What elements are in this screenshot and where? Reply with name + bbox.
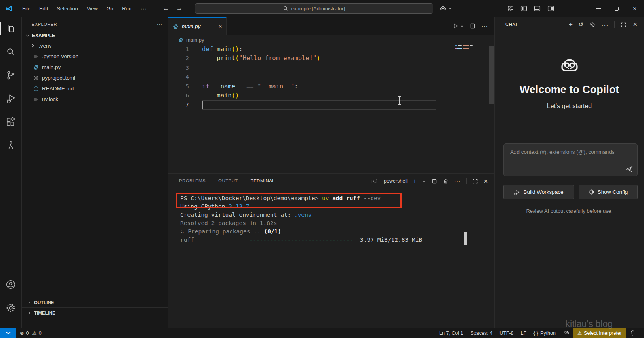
chat-settings-gear-icon[interactable]: [589, 22, 595, 28]
toggle-secondary-sidebar-icon[interactable]: [547, 5, 554, 12]
editor-scrollbar[interactable]: [488, 45, 494, 173]
code-line-1[interactable]: 1def main():: [168, 45, 494, 54]
line-number: 1: [168, 45, 189, 54]
new-terminal-icon[interactable]: +: [413, 178, 417, 185]
file-main.py[interactable]: main.py: [22, 62, 168, 73]
status-utf-8[interactable]: UTF-8: [496, 328, 517, 338]
status-bell[interactable]: [626, 328, 639, 338]
extensions-icon[interactable]: [0, 113, 22, 132]
file-.venv[interactable]: .venv: [22, 40, 168, 51]
show-config-button[interactable]: Show Config: [579, 185, 638, 199]
file-.python-version[interactable]: .python-version: [22, 51, 168, 62]
chat-history-icon[interactable]: ↺: [579, 21, 584, 28]
code-line-7[interactable]: 7: [168, 100, 494, 109]
testing-icon[interactable]: [0, 136, 22, 155]
chat-tab[interactable]: CHAT: [505, 20, 518, 29]
menu-run[interactable]: Run: [118, 4, 136, 13]
file-pyproject.toml[interactable]: pyproject.toml: [22, 73, 168, 83]
status-copilot[interactable]: [559, 328, 573, 338]
maximize-panel-icon[interactable]: [472, 178, 478, 184]
panel-tab-output[interactable]: OUTPUT: [218, 177, 238, 185]
terminal-line-6: ruff ------------------------------ 3.97…: [180, 236, 494, 244]
line-number: 7: [168, 100, 189, 109]
send-icon[interactable]: [625, 165, 633, 173]
menu-selection[interactable]: Selection: [52, 4, 82, 13]
explorer-more-icon[interactable]: ···: [157, 22, 162, 27]
nav-back-icon[interactable]: ←: [163, 5, 169, 12]
customize-layout-icon[interactable]: [507, 6, 514, 12]
status-spaces-4[interactable]: Spaces: 4: [467, 328, 496, 338]
breadcrumb[interactable]: main.py: [168, 35, 494, 45]
chat-more-icon[interactable]: ···: [601, 21, 608, 28]
code-line-4[interactable]: 4: [168, 73, 494, 82]
terminal-output[interactable]: PS C:\Users\Docker\Desktop\demo\example>…: [168, 189, 494, 244]
account-icon[interactable]: [0, 275, 22, 294]
menu-overflow-icon[interactable]: ···: [137, 6, 151, 11]
info-file-icon: [33, 86, 39, 92]
panel-tab-terminal[interactable]: TERMINAL: [251, 177, 275, 185]
run-python-button[interactable]: [453, 23, 464, 29]
outline-section[interactable]: OUTLINE: [22, 297, 168, 307]
nav-forward-icon[interactable]: →: [176, 5, 183, 12]
status-python[interactable]: { }Python: [530, 328, 559, 338]
maximize-chat-icon[interactable]: [621, 22, 627, 28]
minimap[interactable]: [455, 45, 474, 51]
copilot-menu[interactable]: [440, 0, 452, 17]
kill-terminal-icon[interactable]: [443, 178, 449, 184]
search-activity-icon[interactable]: [0, 42, 22, 61]
split-editor-icon[interactable]: [470, 23, 476, 29]
code-line-3[interactable]: 3: [168, 63, 494, 73]
new-chat-icon[interactable]: +: [569, 21, 573, 29]
status-lf[interactable]: LF: [517, 328, 530, 338]
file-list: .venv.python-versionmain.pypyproject.tom…: [22, 40, 168, 105]
source-control-icon[interactable]: [0, 66, 22, 85]
terminal-shell-label[interactable]: powershell: [384, 178, 408, 184]
code-line-2[interactable]: 2 print("Hello from example!"): [168, 54, 494, 63]
code-editor[interactable]: 1def main():2 print("Hello from example!…: [168, 45, 494, 173]
run-debug-icon[interactable]: [0, 89, 22, 108]
tab-main-py[interactable]: main.py ✕: [168, 17, 227, 35]
menu-go[interactable]: Go: [102, 4, 118, 13]
code-line-6[interactable]: 6 main(): [168, 91, 494, 100]
minimize-button[interactable]: [589, 0, 608, 17]
menu-edit[interactable]: Edit: [35, 4, 52, 13]
code-line-5[interactable]: 5if __name__ == "__main__":: [168, 82, 494, 91]
close-panel-icon[interactable]: ✕: [484, 178, 488, 184]
tab-close-icon[interactable]: ✕: [218, 24, 222, 29]
restore-button[interactable]: [608, 0, 626, 17]
menu-view[interactable]: View: [82, 4, 102, 13]
panel-tab-problems[interactable]: PROBLEMS: [179, 177, 206, 185]
error-icon: ⊗: [20, 330, 24, 336]
file-README.md[interactable]: README.md: [22, 83, 168, 94]
timeline-section[interactable]: TIMELINE: [22, 307, 168, 318]
panel-more-icon[interactable]: ···: [454, 178, 461, 184]
settings-gear-icon[interactable]: [0, 298, 22, 317]
status-select-interpreter[interactable]: ⚠Select Interpreter: [573, 328, 626, 338]
remote-indicator[interactable]: ><: [0, 328, 16, 338]
editor-more-icon[interactable]: ···: [482, 23, 488, 29]
status-ln-7-col-1[interactable]: Ln 7, Col 1: [436, 328, 467, 338]
python-file-icon: [178, 37, 183, 42]
line-number: 5: [168, 82, 189, 91]
explorer-icon[interactable]: [0, 19, 22, 38]
chat-input[interactable]: Add context (#), extensions (@), command…: [503, 143, 638, 176]
build-workspace-button[interactable]: Build Workspace: [503, 185, 574, 199]
terminal-scrollbar[interactable]: [464, 232, 467, 245]
python-file-icon: [173, 24, 179, 29]
chevron-down-icon[interactable]: [422, 180, 426, 183]
close-window-button[interactable]: ✕: [626, 0, 644, 17]
file-uv.lock[interactable]: uv.lock: [22, 94, 168, 105]
menu-file[interactable]: File: [18, 4, 35, 13]
warning-icon: ⚠: [577, 330, 582, 336]
toggle-sidebar-icon[interactable]: [520, 5, 527, 12]
terminal-line-3: Creating virtual environment at: .venv: [180, 211, 494, 219]
explorer-root-folder[interactable]: EXAMPLE: [22, 31, 168, 40]
close-chat-icon[interactable]: ✕: [633, 21, 638, 28]
problems-status[interactable]: ⊗ 0 ⚠ 0: [16, 330, 42, 336]
chevron-right-icon: [27, 311, 32, 315]
split-terminal-icon[interactable]: [431, 178, 437, 184]
chevron-right-icon: [27, 300, 32, 305]
toggle-panel-icon[interactable]: [534, 5, 541, 12]
terminal-line-2: Using CPython 3.13.7: [180, 202, 494, 211]
command-center-search[interactable]: example [Administrator]: [195, 3, 433, 14]
